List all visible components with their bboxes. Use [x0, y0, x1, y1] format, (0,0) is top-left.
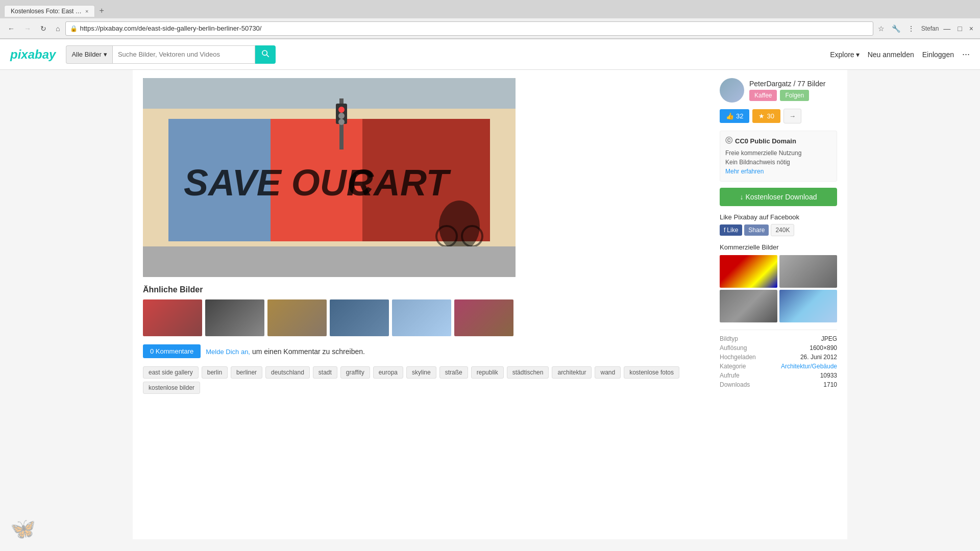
tag-item[interactable]: städtischen [507, 366, 549, 379]
type-label: Bildtyp [720, 335, 738, 342]
home-button[interactable]: ⌂ [52, 22, 63, 35]
category-link[interactable]: Architektur/Gebäude [781, 363, 837, 370]
site-logo[interactable]: pixabay [10, 47, 56, 62]
site-header: pixabay Alle Bilder ▾ Explore ▾ Neu anme… [0, 39, 980, 70]
menu-button[interactable]: ⋮ [905, 23, 917, 34]
register-link[interactable]: Neu anmelden [868, 51, 914, 59]
type-value: JPEG [821, 335, 837, 342]
action-buttons: 👍 32 ★ 30 → [720, 109, 837, 123]
search-filter-dropdown[interactable]: Alle Bilder ▾ [66, 45, 112, 64]
download-button[interactable]: ↓ Kostenloser Download [720, 188, 837, 206]
search-icon [261, 49, 270, 58]
author-info: PeterDargatz / 77 Bilder Kaffee Folgen [749, 80, 837, 101]
share-icon: → [789, 112, 796, 120]
similar-thumb-6[interactable] [454, 299, 513, 336]
downloads-label: Downloads [720, 381, 750, 388]
tag-item[interactable]: wand [595, 366, 621, 379]
metadata-category: Kategorie Architektur/Gebäude [720, 363, 837, 370]
maximize-button[interactable]: □ [955, 23, 964, 34]
svg-text:SAVE OUR: SAVE OUR [184, 162, 373, 203]
resolution-value: 1600×890 [810, 344, 837, 352]
watermark: 🦋 [10, 517, 36, 539]
author-avatar [720, 78, 744, 103]
star-count: 30 [767, 112, 774, 120]
similar-thumb-5[interactable] [392, 299, 451, 336]
author-actions: Kaffee Folgen [749, 90, 837, 101]
comments-button[interactable]: 0 Kommentare [143, 344, 201, 358]
commercial-thumb-3[interactable] [720, 290, 777, 322]
tag-item[interactable]: kostenlose bilder [143, 382, 200, 394]
views-label: Aufrufe [720, 372, 740, 379]
tab-close-button[interactable]: × [85, 8, 88, 14]
facebook-icon: f [724, 227, 725, 234]
license-section: ⓒ CC0 Public Domain Freie kommerzielle N… [720, 131, 837, 182]
tag-item[interactable]: east side gallery [143, 366, 199, 379]
tab-title: Kostenloses Foto: East Si... [11, 8, 82, 15]
star-button[interactable]: ★ 30 [752, 109, 780, 123]
search-input[interactable] [112, 45, 255, 64]
active-tab[interactable]: Kostenloses Foto: East Si... × [4, 5, 95, 17]
image-svg: SAVE OUR CART [143, 78, 516, 277]
close-button[interactable]: × [967, 23, 976, 34]
address-bar[interactable]: 🔒 [65, 21, 873, 36]
minimize-button[interactable]: — [941, 23, 953, 34]
tag-item[interactable]: deutschland [265, 366, 310, 379]
similar-thumb-3[interactable] [267, 299, 327, 336]
tag-item[interactable]: kostenlose fotos [624, 366, 679, 379]
address-input[interactable] [80, 24, 868, 32]
tag-item[interactable]: architektur [552, 366, 592, 379]
tag-item[interactable]: europa [373, 366, 403, 379]
nav-bar: ← → ↻ ⌂ 🔒 ☆ 🔧 ⋮ Stefan — □ × [0, 18, 980, 39]
learn-more-link[interactable]: Mehr erfahren [725, 168, 764, 175]
like-button[interactable]: 👍 32 [720, 109, 749, 123]
tag-item[interactable]: berlin [202, 366, 228, 379]
commercial-thumb-1[interactable] [720, 255, 777, 288]
commercial-thumb-2[interactable] [779, 255, 837, 288]
login-to-comment-link[interactable]: Melde Dich an, [206, 348, 250, 356]
svg-line-1 [266, 55, 269, 57]
header-right: Explore ▾ Neu anmelden Einloggen ··· [830, 49, 970, 60]
facebook-section: Like Pixabay auf Facebook f Like Share 2… [720, 213, 837, 236]
search-button[interactable] [255, 45, 276, 64]
similar-thumb-2[interactable] [205, 299, 264, 336]
commercial-thumb-4[interactable] [779, 290, 837, 322]
bookmark-button[interactable]: ☆ [875, 23, 887, 34]
commercial-section: Kommerzielle Bilder [720, 243, 837, 322]
follow-button[interactable]: Folgen [780, 90, 809, 101]
similar-images-list [143, 299, 709, 336]
main-image-container: SAVE OUR CART [143, 78, 709, 277]
explore-label: Explore [830, 51, 854, 59]
facebook-buttons: f Like Share 240K [720, 224, 837, 236]
extensions-button[interactable]: 🔧 [889, 23, 903, 34]
tag-item[interactable]: republik [471, 366, 504, 379]
facebook-share-button[interactable]: Share [744, 224, 769, 236]
facebook-like-button[interactable]: f Like [720, 224, 742, 236]
tag-item[interactable]: stadt [313, 366, 337, 379]
comments-suffix: um einen Kommentar zu schreiben. [252, 347, 365, 356]
coffee-button[interactable]: Kaffee [749, 90, 777, 101]
comments-section: 0 Kommentare Melde Dich an, um einen Kom… [143, 344, 709, 358]
downloads-value: 1710 [823, 381, 837, 388]
tag-item[interactable]: straße [439, 366, 468, 379]
back-button[interactable]: ← [4, 22, 18, 35]
explore-link[interactable]: Explore ▾ [830, 51, 859, 59]
forward-button[interactable]: → [20, 22, 35, 35]
commercial-title: Kommerzielle Bilder [720, 243, 837, 251]
license-title: ⓒ CC0 Public Domain [725, 136, 831, 145]
header-more-button[interactable]: ··· [962, 49, 970, 60]
similar-thumb-1[interactable] [143, 299, 202, 336]
tag-item[interactable]: skyline [406, 366, 436, 379]
nav-actions: ☆ 🔧 ⋮ [875, 23, 917, 34]
new-tab-button[interactable]: + [95, 4, 108, 17]
tag-item[interactable]: graffity [340, 366, 370, 379]
tags-section: east side galleryberlinberlinerdeutschla… [143, 366, 709, 394]
tag-item[interactable]: berliner [231, 366, 262, 379]
svg-point-14 [338, 119, 345, 125]
login-link[interactable]: Einloggen [922, 51, 954, 59]
refresh-button[interactable]: ↻ [37, 22, 50, 35]
cc-icon: ⓒ [725, 136, 732, 145]
author-section: PeterDargatz / 77 Bilder Kaffee Folgen [720, 78, 837, 103]
svg-point-12 [338, 107, 345, 113]
share-button[interactable]: → [783, 109, 801, 123]
similar-thumb-4[interactable] [330, 299, 389, 336]
